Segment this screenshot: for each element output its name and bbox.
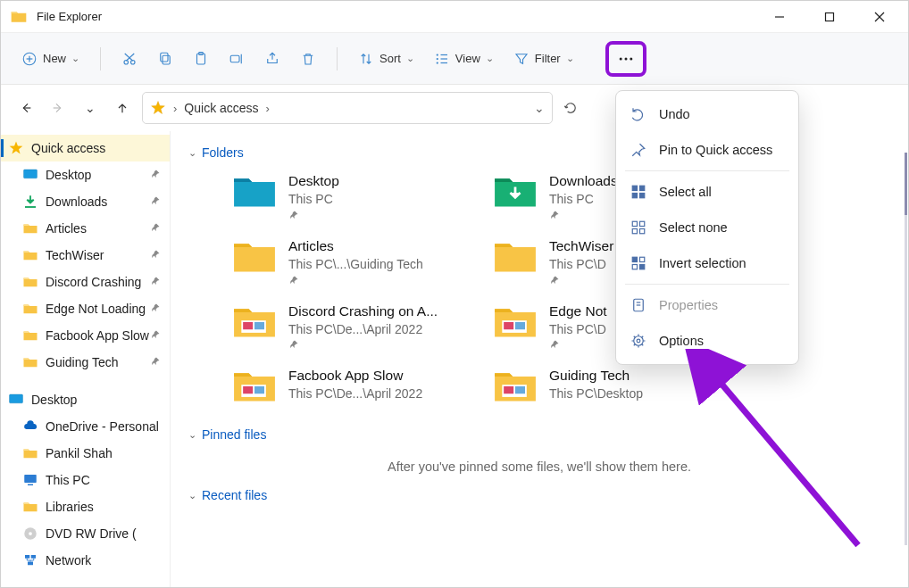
folder-item[interactable]: Discord Crashing on A...This PC\De...\Ap… bbox=[231, 302, 463, 353]
trash-icon bbox=[300, 51, 316, 67]
svg-rect-12 bbox=[163, 55, 170, 64]
options-icon bbox=[630, 333, 646, 349]
folder-item[interactable]: ArticlesThis PC\...\Guiding Tech bbox=[231, 237, 463, 288]
sidebar-item[interactable]: DVD RW Drive ( bbox=[1, 520, 170, 547]
rename-button[interactable] bbox=[221, 42, 253, 76]
svg-rect-33 bbox=[24, 475, 37, 483]
pin-icon bbox=[549, 275, 613, 288]
svg-rect-28 bbox=[24, 170, 38, 178]
maximize-button[interactable] bbox=[805, 1, 855, 33]
delete-button[interactable] bbox=[292, 42, 324, 76]
menu-item-label: Options bbox=[659, 334, 704, 348]
refresh-button[interactable] bbox=[558, 95, 583, 120]
sidebar-item-label: Facbook App Slow bbox=[46, 328, 149, 343]
sidebar-item[interactable]: Guiding Tech bbox=[1, 349, 170, 376]
recent-locations-button[interactable]: ⌄ bbox=[78, 95, 103, 120]
sidebar-item-label: TechWiser bbox=[46, 248, 104, 262]
folder-item[interactable]: Facbook App SlowThis PC\De...\April 2022 bbox=[231, 367, 463, 406]
menu-item-selectall[interactable]: Select all bbox=[621, 174, 793, 210]
share-icon bbox=[264, 51, 280, 67]
sidebar-item-label: Guiding Tech bbox=[46, 355, 118, 369]
back-button[interactable] bbox=[13, 95, 38, 120]
svg-rect-62 bbox=[632, 265, 637, 269]
filter-button[interactable]: Filter⌄ bbox=[505, 42, 582, 76]
new-button[interactable]: New ⌄ bbox=[13, 42, 88, 76]
more-menu: UndoPin to Quick accessSelect allSelect … bbox=[615, 90, 799, 365]
pin-icon bbox=[288, 210, 339, 223]
chevron-down-icon: ⌄ bbox=[188, 429, 196, 441]
sidebar-item[interactable]: Discord Crashing bbox=[1, 269, 170, 295]
svg-point-24 bbox=[624, 57, 627, 60]
sidebar-item[interactable]: Edge Not Loading bbox=[1, 295, 170, 322]
svg-point-17 bbox=[436, 54, 438, 55]
menu-item-label: Select all bbox=[659, 185, 712, 199]
address-bar[interactable]: › Quick access › ⌄ bbox=[142, 92, 553, 124]
sidebar-item-label: DVD RW Drive ( bbox=[46, 526, 137, 541]
sidebar-item[interactable]: Facbook App Slow bbox=[1, 322, 170, 349]
view-button[interactable]: View⌄ bbox=[426, 42, 502, 76]
sidebar-item[interactable]: TechWiser bbox=[1, 242, 170, 269]
svg-point-23 bbox=[619, 57, 621, 60]
folder-path: This PC bbox=[288, 191, 339, 208]
pin-icon bbox=[150, 168, 161, 182]
pin-icon bbox=[150, 302, 161, 316]
folder-item[interactable]: Guiding TechThis PC\Desktop bbox=[492, 367, 724, 406]
svg-rect-50 bbox=[504, 386, 513, 393]
close-button[interactable] bbox=[855, 1, 905, 33]
more-button[interactable] bbox=[605, 41, 646, 77]
chevron-down-icon: ⌄ bbox=[188, 490, 196, 501]
folder-item[interactable]: DesktopThis PC bbox=[231, 172, 463, 223]
sidebar-item[interactable]: This PC bbox=[1, 467, 170, 493]
sidebar-item[interactable]: Network bbox=[1, 547, 170, 574]
folder-path: This PC\D bbox=[549, 256, 613, 273]
paste-button[interactable] bbox=[185, 42, 217, 76]
menu-item-label: Select none bbox=[659, 220, 728, 235]
sidebar-item[interactable]: Quick access bbox=[1, 135, 170, 161]
sidebar: Quick accessDesktopDownloadsArticlesTech… bbox=[1, 131, 171, 587]
svg-rect-39 bbox=[28, 562, 33, 566]
chevron-down-icon[interactable]: ⌄ bbox=[534, 101, 545, 115]
copy-button[interactable] bbox=[149, 42, 181, 76]
recent-section-header[interactable]: ⌄ Recent files bbox=[188, 488, 890, 502]
sort-button[interactable]: Sort⌄ bbox=[350, 42, 422, 76]
svg-rect-61 bbox=[640, 257, 645, 261]
svg-rect-53 bbox=[640, 186, 645, 190]
pin-icon bbox=[150, 275, 161, 289]
sidebar-item-label: Articles bbox=[46, 221, 87, 236]
up-button[interactable] bbox=[110, 95, 135, 120]
sidebar-item[interactable]: Libraries bbox=[1, 493, 170, 520]
folder-name: Articles bbox=[288, 237, 423, 256]
pinned-section-header[interactable]: ⌄ Pinned files bbox=[188, 427, 890, 442]
ellipsis-icon bbox=[617, 50, 635, 68]
sidebar-item-label: OneDrive - Personal bbox=[46, 419, 159, 434]
pin-icon bbox=[150, 248, 161, 262]
menu-item-invert[interactable]: Invert selection bbox=[621, 245, 793, 281]
cut-button[interactable] bbox=[113, 42, 146, 76]
folder-name: Desktop bbox=[288, 172, 339, 191]
sidebar-item[interactable]: Articles bbox=[1, 215, 170, 242]
sidebar-item[interactable]: Desktop bbox=[1, 386, 170, 413]
sidebar-item-label: Edge Not Loading bbox=[46, 302, 146, 316]
menu-item-label: Undo bbox=[659, 107, 690, 121]
forward-button[interactable] bbox=[46, 95, 71, 120]
selectall-icon bbox=[630, 184, 646, 200]
folder-path: This PC\Desktop bbox=[549, 385, 643, 402]
minimize-button[interactable] bbox=[755, 1, 805, 33]
sidebar-item[interactable]: Pankil Shah bbox=[1, 440, 170, 467]
address-segment[interactable]: Quick access bbox=[184, 101, 258, 115]
svg-rect-54 bbox=[632, 194, 637, 198]
scrollbar[interactable] bbox=[905, 153, 907, 545]
sidebar-item[interactable]: Desktop bbox=[1, 161, 170, 188]
star-icon bbox=[150, 100, 166, 116]
sidebar-item[interactable]: Downloads bbox=[1, 188, 170, 215]
menu-item-options[interactable]: Options bbox=[621, 323, 793, 359]
menu-item-undo[interactable]: Undo bbox=[621, 96, 793, 132]
share-button[interactable] bbox=[256, 42, 288, 76]
sidebar-item[interactable]: OneDrive - Personal bbox=[1, 413, 170, 440]
invert-icon bbox=[630, 255, 646, 271]
pin-icon bbox=[288, 275, 423, 288]
sidebar-item-label: Quick access bbox=[31, 141, 105, 155]
menu-item-selectnone[interactable]: Select none bbox=[621, 210, 793, 245]
svg-point-36 bbox=[29, 532, 32, 535]
menu-item-pin[interactable]: Pin to Quick access bbox=[621, 132, 793, 168]
